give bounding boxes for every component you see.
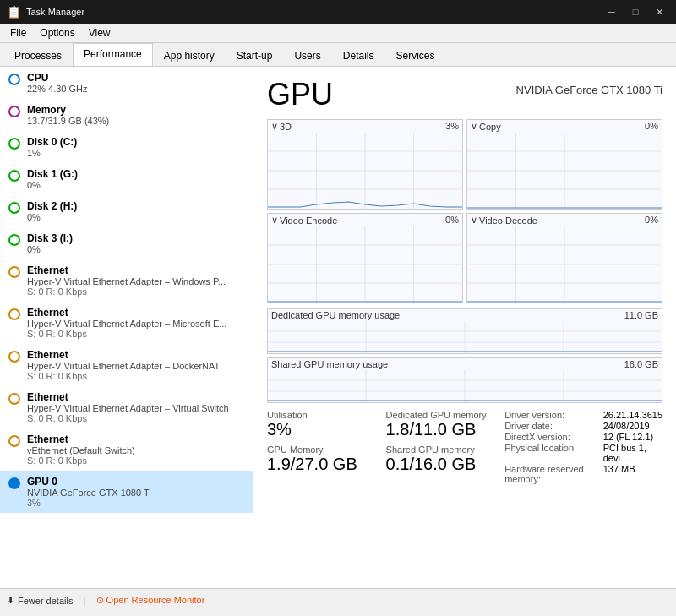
tab-details[interactable]: Details (332, 45, 385, 66)
sidebar: CPU 22% 4.30 GHz Memory 13.7/31.9 GB (43… (0, 67, 254, 588)
tab-services[interactable]: Services (384, 45, 445, 66)
stat-dedicated: Dedicated GPU memory 1.8/11.0 GB Shared … (386, 410, 492, 484)
graphs-grid: ∨ 3D 3% (267, 119, 662, 303)
menu-options[interactable]: Options (33, 25, 81, 41)
fewer-details-button[interactable]: ⬇ Fewer details (7, 595, 73, 606)
eth3-info: Ethernet Hyper-V Virtual Ethernet Adapte… (27, 349, 220, 381)
eth1-speed: S: 0 R: 0 Kbps (27, 286, 226, 297)
eth3-icon (8, 351, 20, 363)
sidebar-item-disk1[interactable]: Disk 1 (G:) 0% (0, 163, 253, 195)
tab-users[interactable]: Users (283, 45, 331, 66)
gpu-title: GPU (267, 77, 333, 112)
chevron-3d-icon[interactable]: ∨ (271, 121, 278, 132)
disk3-info: Disk 3 (I:) 0% (27, 232, 73, 254)
gpu-model: NVIDIA GeForce GTX 1080 Ti (516, 84, 662, 96)
disk3-usage: 0% (27, 244, 73, 254)
shared-memory-panel: Shared GPU memory usage 16.0 GB (267, 357, 662, 403)
shared-memory-label: Shared GPU memory usage 16.0 GB (268, 358, 662, 370)
disk0-info: Disk 0 (C:) 1% (27, 136, 77, 158)
graph-encode-percent: 0% (445, 215, 459, 226)
sidebar-item-eth5[interactable]: Ethernet vEthernet (Default Switch) S: 0… (0, 428, 253, 471)
sidebar-item-disk2[interactable]: Disk 2 (H:) 0% (0, 195, 253, 227)
eth5-speed: S: 0 R: 0 Kbps (27, 455, 135, 466)
disk2-usage: 0% (27, 212, 77, 222)
memory-info: Memory 13.7/31.9 GB (43%) (27, 104, 109, 126)
eth4-info: Ethernet Hyper-V Virtual Ethernet Adapte… (27, 391, 229, 423)
eth1-icon (8, 266, 20, 278)
disk1-usage: 0% (27, 180, 78, 190)
utilisation-value: 3% (267, 420, 373, 439)
shared-memory-title: Shared GPU memory usage (271, 359, 388, 369)
disk0-icon (8, 138, 20, 150)
eth1-info: Ethernet Hyper-V Virtual Ethernet Adapte… (27, 264, 226, 297)
title-bar-controls: ─ □ ✕ (602, 4, 669, 19)
sidebar-item-eth4[interactable]: Ethernet Hyper-V Virtual Ethernet Adapte… (0, 386, 253, 428)
title-bar: 📋 Task Manager ─ □ ✕ (0, 0, 676, 24)
cpu-info: CPU 22% 4.30 GHz (27, 72, 88, 94)
shared-memory-max: 16.0 GB (624, 359, 658, 369)
eth5-label: Ethernet (27, 433, 135, 445)
tab-performance[interactable]: Performance (73, 43, 153, 66)
chevron-encode-icon[interactable]: ∨ (271, 215, 278, 226)
dedicated-value: 1.8/11.0 GB (386, 420, 492, 439)
menu-file[interactable]: File (3, 25, 33, 41)
disk1-icon (8, 170, 20, 182)
gpu-memory-label: GPU Memory (267, 444, 373, 455)
eth3-label: Ethernet (27, 349, 220, 361)
menu-bar: File Options View (0, 24, 676, 43)
eth5-adapter: vEthernet (Default Switch) (27, 445, 135, 455)
dedicated-memory-max: 11.0 GB (624, 310, 658, 320)
cpu-label: CPU (27, 72, 88, 84)
dedicated-memory-canvas (268, 321, 662, 353)
sidebar-item-memory[interactable]: Memory 13.7/31.9 GB (43%) (0, 99, 253, 131)
graph-copy-label: ∨ Copy 0% (467, 120, 662, 133)
separator: | (83, 595, 85, 607)
open-resource-monitor-button[interactable]: ⊙ Open Resource Monitor (96, 595, 205, 606)
reserved-memory-val: 137 MB (603, 464, 662, 484)
graph-copy-percent: 0% (645, 121, 658, 132)
utilisation-label: Utilisation (267, 410, 373, 420)
graph-video-encode: ∨ Video Encode 0% (267, 213, 463, 303)
chevron-copy-icon[interactable]: ∨ (471, 121, 477, 132)
graph-3d-canvas (268, 133, 462, 209)
tab-processes[interactable]: Processes (3, 45, 73, 66)
eth4-adapter: Hyper-V Virtual Ethernet Adapter – Virtu… (27, 403, 229, 413)
menu-view[interactable]: View (82, 25, 117, 41)
graph-encode-canvas (268, 226, 462, 303)
eth2-speed: S: 0 R: 0 Kbps (27, 329, 226, 339)
close-button[interactable]: ✕ (649, 4, 669, 19)
sidebar-item-cpu[interactable]: CPU 22% 4.30 GHz (0, 67, 253, 99)
sidebar-item-eth2[interactable]: Ethernet Hyper-V Virtual Ethernet Adapte… (0, 302, 253, 344)
disk0-usage: 1% (27, 148, 77, 158)
eth4-icon (8, 393, 20, 405)
graph-3d-name: 3D (280, 122, 292, 132)
sidebar-item-eth3[interactable]: Ethernet Hyper-V Virtual Ethernet Adapte… (0, 344, 253, 386)
eth2-adapter: Hyper-V Virtual Ethernet Adapter – Micro… (27, 319, 226, 329)
title-bar-left: 📋 Task Manager (7, 5, 84, 19)
disk3-icon (8, 234, 20, 246)
maximize-button[interactable]: □ (625, 4, 646, 19)
minimize-button[interactable]: ─ (602, 4, 622, 19)
graph-video-decode: ∨ Video Decode 0% (466, 213, 662, 303)
gpu-memory-value: 1.9/27.0 GB (267, 455, 373, 474)
sidebar-item-gpu0[interactable]: GPU 0 NVIDIA GeForce GTX 1080 Ti 3% (0, 471, 253, 513)
tab-startup[interactable]: Start-up (226, 45, 284, 66)
dedicated-memory-title: Dedicated GPU memory usage (271, 310, 400, 320)
graph-copy-canvas (467, 133, 662, 209)
disk2-info: Disk 2 (H:) 0% (27, 200, 77, 222)
gpu0-model: NVIDIA GeForce GTX 1080 Ti (27, 488, 151, 498)
tabs: Processes Performance App history Start-… (0, 43, 676, 67)
chevron-decode-icon[interactable]: ∨ (471, 215, 477, 226)
gpu0-info: GPU 0 NVIDIA GeForce GTX 1080 Ti 3% (27, 476, 151, 508)
app-icon: 📋 (7, 5, 21, 19)
sidebar-item-disk0[interactable]: Disk 0 (C:) 1% (0, 131, 253, 163)
directx-version-val: 12 (FL 12.1) (603, 432, 662, 442)
eth2-info: Ethernet Hyper-V Virtual Ethernet Adapte… (27, 307, 226, 339)
gpu0-usage: 3% (27, 498, 151, 508)
sidebar-item-disk3[interactable]: Disk 3 (I:) 0% (0, 227, 253, 259)
disk2-icon (8, 202, 20, 214)
tab-app-history[interactable]: App history (153, 45, 226, 66)
disk3-label: Disk 3 (I:) (27, 232, 73, 244)
stat-utilisation: Utilisation 3% GPU Memory 1.9/27.0 GB (267, 410, 373, 484)
sidebar-item-eth1[interactable]: Ethernet Hyper-V Virtual Ethernet Adapte… (0, 259, 253, 302)
